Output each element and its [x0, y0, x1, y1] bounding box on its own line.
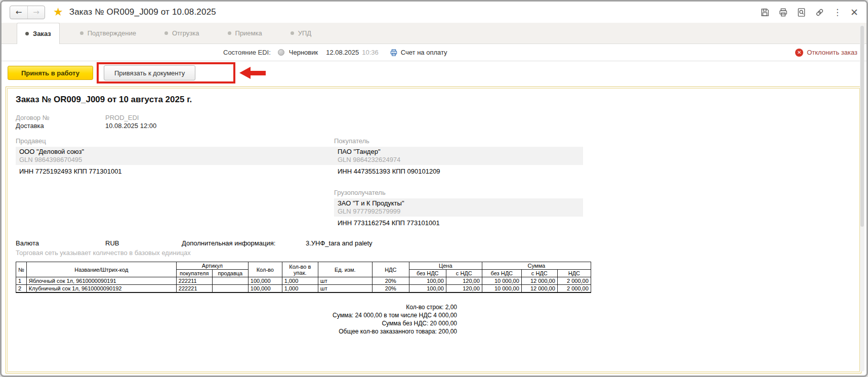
bind-to-document-button[interactable]: Привязать к документу	[104, 65, 195, 80]
tab-bullet-icon	[80, 31, 84, 35]
consignee-block: Грузополучатель ЗАО "Т и К Продукты" GLN…	[334, 189, 583, 227]
titlebar-actions: ⋮ ✕	[760, 8, 858, 17]
contract-label: Договор №	[16, 114, 105, 121]
tab-label: УПД	[298, 29, 311, 37]
cell-vat: 20%	[372, 285, 409, 293]
tab-bullet-icon	[228, 31, 231, 35]
total-ordered-qty: Общее кол-во заказанного товара: 200,00	[16, 327, 457, 336]
table-row: 2 Клубничный сок 1л, 9610000090192 22222…	[16, 285, 591, 293]
col-price-vat: с НДС	[446, 270, 482, 277]
back-button[interactable]: ←	[10, 6, 27, 19]
tab-bullet-icon	[25, 32, 29, 35]
tab-label: Отгрузка	[172, 29, 199, 37]
tab-bullet-icon	[291, 31, 294, 35]
tab-order[interactable]: Заказ	[17, 23, 60, 44]
base-units-note: Торговая сеть указывает количество в баз…	[16, 249, 191, 257]
delivery-value: 10.08.2025 12:00	[105, 122, 156, 130]
consignee-label: Грузополучатель	[334, 189, 583, 196]
reject-order-link[interactable]: ✕ Отклонить заказ	[795, 49, 857, 57]
close-icon[interactable]: ✕	[850, 8, 858, 17]
vertical-scrollbar[interactable]	[860, 25, 864, 371]
tab-label: Подтверждение	[88, 29, 136, 37]
cell-num: 1	[16, 277, 27, 285]
history-nav: ← →	[10, 6, 45, 19]
tab-confirmation[interactable]: Подтверждение	[72, 23, 144, 44]
col-unit: Ед. изм.	[318, 262, 372, 277]
cell-art-buyer: 222221	[176, 285, 212, 293]
contract-row: Договор №PROD_EDI	[16, 114, 139, 121]
tab-acceptance[interactable]: Приемка	[220, 23, 270, 44]
seller-gln: GLN 9864398670495	[19, 156, 344, 164]
preview-icon[interactable]	[797, 8, 806, 17]
seller-block: Продавец ООО "Деловой союз" GLN 98643986…	[16, 137, 348, 175]
col-article-buyer: покупателя	[176, 270, 212, 277]
cell-art-seller	[212, 285, 248, 293]
cell-price-vat: 120,00	[446, 277, 482, 285]
col-price: Цена	[409, 262, 482, 270]
link-icon[interactable]	[815, 8, 824, 17]
scrollbar-thumb[interactable]	[860, 26, 864, 227]
col-article: Артикул	[176, 262, 248, 270]
buyer-block: Покупатель ПАО "Тандер" GLN 986423262497…	[334, 137, 583, 175]
tab-shipment[interactable]: Отгрузка	[156, 23, 208, 44]
edi-status-date: 12.08.2025	[326, 49, 359, 56]
reject-link-label: Отклонить заказ	[807, 49, 857, 56]
edi-status-time: 10:36	[362, 49, 379, 56]
invoice-link[interactable]: Счет на оплату	[390, 49, 447, 57]
window-title: Заказ № OR009_J009 от 10.08.2025	[69, 7, 216, 17]
title-bar: ← → ★ Заказ № OR009_J009 от 10.08.2025	[2, 2, 866, 23]
cell-qty-pack: 1,000	[282, 277, 318, 285]
buyer-gln: GLN 9864232624974	[338, 156, 580, 164]
items-table: № Название/Штрих-код Артикул Кол-во Кол-…	[16, 262, 591, 293]
col-qty-pack: Кол-во в упак.	[282, 262, 318, 277]
col-article-seller: продавца	[212, 270, 248, 277]
col-qty: Кол-во	[248, 262, 282, 277]
save-icon[interactable]	[760, 8, 770, 17]
consignee-gln: GLN 9777992579999	[338, 207, 580, 216]
cell-vat: 20%	[372, 277, 409, 285]
total-sum-no-vat: Сумма без НДС: 20 000,00	[16, 319, 457, 327]
total-lines-count: Кол-во строк: 2,00	[16, 303, 457, 311]
more-icon[interactable]: ⋮	[833, 8, 842, 17]
tab-strip: Заказ Подтверждение Отгрузка Приемка УПД	[2, 23, 866, 44]
edi-status-value: Черновик	[289, 49, 318, 56]
invoice-link-label: Счет на оплату	[401, 49, 447, 56]
seller-inn: ИНН 7725192493 КПП 771301001	[16, 167, 348, 175]
order-window: ← → ★ Заказ № OR009_J009 от 10.08.2025	[0, 0, 868, 377]
print-icon[interactable]	[778, 8, 788, 17]
cell-name: Клубничный сок 1л, 9610000090192	[26, 285, 176, 293]
command-bar: Принять в работу Привязать к документу	[2, 61, 866, 85]
tab-bullet-icon	[164, 31, 168, 35]
col-sum-novat: без НДС	[482, 270, 521, 277]
col-sum-vat-amount: НДС	[557, 270, 591, 277]
forward-button[interactable]: →	[27, 6, 45, 19]
cell-sum-novat: 10 000,00	[482, 285, 521, 293]
tab-label: Приемка	[235, 29, 262, 37]
cell-sum-vat: 12 000,00	[521, 285, 557, 293]
currency-label: Валюта	[16, 239, 105, 247]
edi-status-label: Состояние EDI:	[223, 49, 271, 56]
cell-qty-pack: 1,000	[282, 285, 318, 293]
favorite-star-icon[interactable]: ★	[53, 7, 63, 18]
seller-name: ООО "Деловой союз"	[19, 148, 344, 156]
extra-info-label: Дополнительная информация:	[182, 239, 306, 247]
cell-price-novat: 100,00	[409, 277, 446, 285]
buyer-strip: ПАО "Тандер" GLN 9864232624974	[334, 147, 583, 165]
cell-vat-amount: 2 000,00	[557, 277, 591, 285]
seller-label: Продавец	[16, 137, 348, 145]
cell-price-vat: 120,00	[446, 285, 482, 293]
print-form-frame: Заказ № OR009_J009 от 10 августа 2025 г.…	[6, 87, 861, 373]
consignee-name: ЗАО "Т и К Продукты"	[338, 199, 580, 207]
accept-order-button[interactable]: Принять в работу	[8, 66, 93, 80]
invoice-printer-icon	[390, 49, 398, 57]
col-vat: НДС	[372, 262, 409, 277]
cell-unit: шт	[318, 285, 372, 293]
cell-art-buyer: 222211	[176, 277, 212, 285]
header-row-1: № Название/Штрих-код Артикул Кол-во Кол-…	[16, 262, 591, 270]
cell-name: Яблочный сок 1л, 9610000090191	[26, 277, 176, 285]
currency-row: ВалютаRUBДополнительная информация:3.УНФ…	[16, 239, 373, 247]
col-num: №	[16, 262, 27, 277]
tab-upd[interactable]: УПД	[282, 23, 319, 44]
consignee-strip: ЗАО "Т и К Продукты" GLN 9777992579999	[334, 198, 583, 217]
annotation-arrow-icon	[239, 67, 266, 79]
